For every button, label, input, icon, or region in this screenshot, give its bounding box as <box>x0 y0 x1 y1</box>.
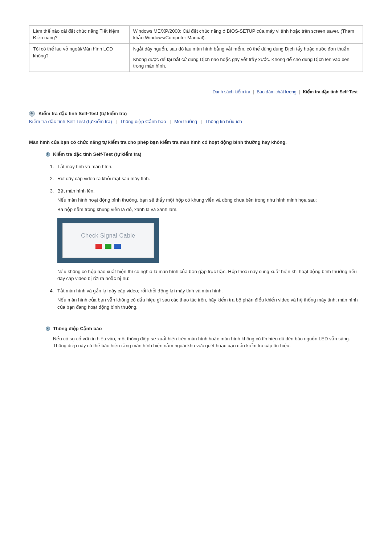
separator: | <box>115 119 117 124</box>
bullet-icon <box>29 111 35 117</box>
tab-nav: Danh sách kiểm tra | Bảo đảm chất lượng … <box>29 89 363 96</box>
separator: | <box>170 119 171 124</box>
blue-square-icon <box>114 244 121 249</box>
sub-nav: Kiểm tra đặc tính Self-Test (tự kiểm tra… <box>29 119 363 124</box>
subnav-selftest[interactable]: Kiểm tra đặc tính Self-Test (tự kiểm tra… <box>29 119 112 124</box>
subnav-environment[interactable]: Môi trường <box>174 119 197 124</box>
step-text: Bật màn hình lên. <box>57 188 95 194</box>
step-detail: Nếu không có hộp nào xuất hiện thì có ng… <box>57 268 363 282</box>
tab-quality[interactable]: Bảo đảm chất lượng <box>257 89 296 94</box>
signal-cable-illustration: Check Signal Cable <box>57 218 159 263</box>
separator: | <box>299 89 300 94</box>
faq-answer-text: Ngắt dây nguồn, sau đó lau màn hình bằng… <box>133 46 359 52</box>
section-heading: Kiểm tra đặc tính Self-Test (tự kiểm tra… <box>29 111 363 117</box>
step-text: Tắt máy tính và màn hình. <box>57 164 113 169</box>
step-text: Rút dây cáp video ra khỏi mặt sau máy tí… <box>57 176 150 181</box>
faq-answer-text: Không được để lại bất cứ dung Dịch nào h… <box>133 56 359 69</box>
separator: | <box>360 89 362 94</box>
intro-text: Màn hình của bạn có chức năng tự kiểm tr… <box>29 139 363 146</box>
signal-label: Check Signal Cable <box>63 231 154 240</box>
color-squares <box>63 244 154 251</box>
table-row: Tôi có thể lau vỏ ngoài/Màn hình LCD khô… <box>29 44 363 72</box>
list-item: Tắt màn hình và gắn lại dây cáp video; r… <box>55 287 363 311</box>
list-item: Rút dây cáp video ra khỏi mặt sau máy tí… <box>55 175 363 182</box>
bullet-icon <box>46 327 50 331</box>
step-detail: Ba hộp nằm trong khung viền là đỏ, xanh … <box>57 206 363 213</box>
bullet-icon <box>46 152 50 157</box>
content-area: Màn hình của bạn có chức năng tự kiểm tr… <box>29 139 363 349</box>
list-item: Tắt máy tính và màn hình. <box>55 163 363 170</box>
signal-inner-box: Check Signal Cable <box>62 223 154 258</box>
subnav-warning[interactable]: Thông điệp Cảnh báo <box>120 119 166 124</box>
section-title: Kiểm tra đặc tính Self-Test (tự kiểm tra… <box>38 111 127 116</box>
list-item: Bật màn hình lên. Nếu màn hình hoạt động… <box>55 187 363 282</box>
faq-table: Làm thế nào cài đặt chức năng Tiết kiệm … <box>29 25 363 72</box>
warning-heading-text: Thông điệp Cảnh báo <box>53 325 102 332</box>
separator: | <box>253 89 254 94</box>
step-text: Tắt màn hình và gắn lại dây cáp video; r… <box>57 288 223 293</box>
faq-answer: Windows ME/XP/2000: Cài đặt chức năng ở … <box>129 26 363 44</box>
faq-answer: Ngắt dây nguồn, sau đó lau màn hình bằng… <box>129 44 363 72</box>
warning-subheading: Thông điệp Cảnh báo <box>46 325 363 332</box>
faq-answer-text: Windows ME/XP/2000: Cài đặt chức năng ở … <box>133 28 359 41</box>
selftest-subheading: Kiểm tra đặc tính Self-Test (tự kiểm tra… <box>46 151 363 158</box>
selftest-steps: Tắt máy tính và màn hình. Rút dây cáp vi… <box>55 163 363 311</box>
selftest-heading-text: Kiểm tra đặc tính Self-Test (tự kiểm tra… <box>53 151 141 158</box>
page-container: Làm thế nào cài đặt chức năng Tiết kiệm … <box>0 0 392 349</box>
tab-selftest[interactable]: Kiểm tra đặc tính Self-Test <box>303 89 358 94</box>
table-row: Làm thế nào cài đặt chức năng Tiết kiệm … <box>29 26 363 44</box>
faq-question: Làm thế nào cài đặt chức năng Tiết kiệm … <box>29 26 130 44</box>
tab-checklist[interactable]: Danh sách kiểm tra <box>213 89 250 94</box>
green-square-icon <box>105 244 111 249</box>
subnav-useful[interactable]: Thông tin hữu ích <box>205 119 242 124</box>
warning-body: Nếu có sự cố với tín hiệu vào, một thông… <box>53 335 363 349</box>
red-square-icon <box>95 244 102 249</box>
step-detail: Nếu màn hình hoạt động bình thường, bạn … <box>57 197 363 204</box>
step-detail: Nếu màn hình của bạn vẫn không có dấu hi… <box>57 296 363 311</box>
faq-question: Tôi có thể lau vỏ ngoài/Màn hình LCD khô… <box>29 44 130 72</box>
separator: | <box>201 119 202 124</box>
